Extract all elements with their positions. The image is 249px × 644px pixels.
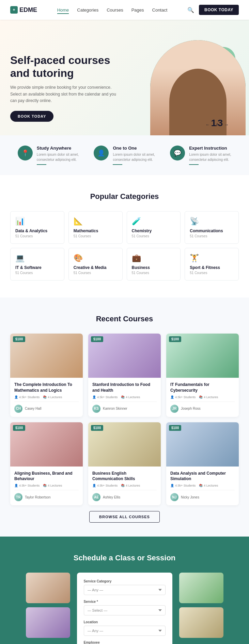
nav-pages[interactable]: Pages (131, 7, 144, 13)
hero-content: Self-paced courses and tutoring We provi… (10, 54, 119, 135)
category-count-1: 51 Courses (15, 234, 59, 238)
category-business[interactable]: 💼 Business 51 Courses (127, 248, 181, 281)
nav-links: Home Categories Courses Pages Contact (57, 7, 168, 13)
schedule-content: Service Category — Any — Service * — Sel… (10, 573, 239, 644)
recent-courses-section: Recent Courses $100 The Complete Introdu… (0, 298, 249, 537)
course-title-6: Data Analysis and Computer Simulation (170, 471, 235, 482)
service-category-label: Service Category (84, 579, 166, 583)
service-select[interactable]: — Select — (84, 605, 166, 615)
hero-section: Self-paced courses and tutoring We provi… (0, 20, 249, 135)
course-title-4: Aligning Business, Brand and Behaviour (14, 471, 79, 482)
course-image-5: $100 (88, 422, 161, 467)
course-students-2: 👤 4.5k+ Students (92, 395, 118, 399)
course-students-4: 👤 4.5k+ Students (14, 484, 40, 487)
course-instructor-3: JR Joseph Ross (170, 402, 235, 413)
category-name-4: Communications (190, 228, 234, 233)
course-image-2: $100 (88, 334, 161, 378)
course-card-4[interactable]: $100 Aligning Business, Brand and Behavi… (10, 422, 83, 506)
category-count-3: 51 Courses (132, 234, 176, 238)
hero-person-circle (150, 40, 246, 135)
mathematics-icon: 📐 (74, 217, 118, 226)
nav-book-button[interactable]: BOOK TODAY (199, 5, 239, 15)
course-students-3: 👤 4.5k+ Students (170, 395, 196, 399)
schedule-images-left (26, 573, 70, 638)
instructor-name-4: Taylor Robertson (25, 495, 51, 499)
instructor-name-6: Nicky Jones (181, 495, 199, 499)
category-it-software[interactable]: 💻 IT & Software 51 Courses (10, 248, 64, 281)
course-title-5: Business English Communication Skills (92, 471, 157, 482)
service-group: Service * — Select — (84, 600, 166, 615)
service-label: Service * (84, 600, 166, 604)
category-mathematics[interactable]: 📐 Mathematics 51 Courses (68, 211, 123, 244)
course-card-3[interactable]: $100 IT Fundamentals for Cybersecurity 👤… (166, 334, 239, 417)
search-icon[interactable]: 🔍 (187, 7, 194, 13)
nav-contact[interactable]: Contact (152, 7, 168, 13)
feature-desc-3: Lorem ipsum dolor sit amet, consectetur … (189, 152, 231, 162)
instructor-name-3: Joseph Ross (181, 407, 201, 410)
course-card-2[interactable]: $100 Stanford Introduction to Food and H… (88, 334, 161, 417)
category-communications[interactable]: 📡 Communications 51 Courses (185, 211, 239, 244)
category-count-7: 51 Courses (132, 271, 176, 275)
course-card-6[interactable]: $100 Data Analysis and Computer Simulati… (166, 422, 239, 506)
location-select[interactable]: — Any — (84, 626, 166, 636)
browse-all-courses-button[interactable]: BROWSE ALL COURSES (89, 511, 160, 523)
business-icon: 💼 (132, 254, 176, 262)
category-chemistry[interactable]: 🧪 Chemistry 51 Courses (127, 211, 181, 244)
course-lectures-4: 📚 4 Lectures (43, 484, 62, 487)
instructor-avatar-6: NJ (170, 493, 178, 501)
logo[interactable]: + EDME (10, 6, 37, 14)
course-instructor-6: NJ Nicky Jones (170, 490, 235, 501)
course-meta-3: 👤 4.5k+ Students 📚 4 Lectures (170, 395, 235, 399)
creative-media-icon: 🎨 (74, 254, 118, 262)
schedule-images-right (179, 573, 223, 638)
course-instructor-4: TR Taylor Robertson (14, 490, 79, 501)
person-icon: 👤 (94, 146, 109, 160)
service-category-select[interactable]: — Any — (84, 585, 166, 595)
category-name-3: Chemistry (132, 228, 176, 233)
logo-icon: + (10, 6, 18, 14)
feature-study-anywhere: 📍 Study Anywhere Lorem ipsum dolor sit a… (18, 146, 79, 165)
course-lectures-5: 📚 4 Lectures (121, 484, 140, 487)
hero-image-area: ← 1/3 → (119, 37, 239, 135)
schedule-section: Schedule a Class or Session Service Cate… (0, 537, 249, 644)
nav-courses[interactable]: Courses (107, 7, 123, 13)
employee-group: Employee — Any — (84, 641, 166, 644)
category-sport-fitness[interactable]: 🏋️ Sport & Fitness 51 Courses (185, 248, 239, 281)
course-meta-1: 👤 4.5k+ Students 📚 4 Lectures (14, 395, 79, 399)
category-data-analytics[interactable]: 📊 Data & Analytics 51 Courses (10, 211, 64, 244)
sport-fitness-icon: 🏋️ (190, 254, 234, 262)
course-image-6: $100 (166, 422, 239, 467)
category-creative-media[interactable]: 🎨 Creative & Media 51 Courses (68, 248, 123, 281)
recent-courses-title: Recent Courses (10, 315, 239, 323)
nav-categories[interactable]: Categories (77, 7, 98, 13)
data-analytics-icon: 📊 (15, 217, 59, 226)
course-instructor-1: CH Casey Hall (14, 402, 79, 413)
course-price-3: $100 (169, 336, 181, 342)
employee-label: Employee (84, 641, 166, 644)
course-card-1[interactable]: $100 The Complete Introduction To Mathem… (10, 334, 83, 417)
feature-desc-2: Lorem ipsum dolor sit amet, consectetur … (113, 152, 155, 162)
popular-categories-section: Popular Categories 📊 Data & Analytics 51… (0, 175, 249, 298)
category-name-7: Business (132, 265, 176, 270)
category-count-8: 51 Courses (190, 271, 234, 275)
schedule-form: Service Category — Any — Service * — Sel… (77, 573, 172, 644)
feature-title-1: Study Anywhere (37, 146, 79, 151)
it-software-icon: 💻 (15, 254, 59, 262)
nav-home[interactable]: Home (57, 7, 69, 14)
instructor-avatar-5: AE (92, 493, 100, 501)
instructor-avatar-4: TR (14, 493, 22, 501)
navbar: + EDME Home Categories Courses Pages Con… (0, 0, 249, 20)
course-instructor-5: AE Ashley Ellis (92, 490, 157, 501)
course-card-5[interactable]: $100 Business English Communication Skil… (88, 422, 161, 506)
hero-counter-current: 1 (211, 118, 217, 128)
course-title-3: IT Fundamentals for Cybersecurity (170, 382, 235, 393)
category-name-6: Creative & Media (74, 265, 118, 270)
feature-divider-1 (37, 164, 46, 165)
feature-title-2: One to One (113, 146, 155, 151)
service-category-group: Service Category — Any — (84, 579, 166, 595)
communications-icon: 📡 (190, 217, 234, 226)
instructor-avatar-2: KS (92, 405, 100, 413)
schedule-left-image-2 (26, 607, 70, 638)
hero-cta-button[interactable]: BOOK TODAY (10, 111, 53, 122)
feature-title-3: Expert Instruction (189, 146, 231, 151)
